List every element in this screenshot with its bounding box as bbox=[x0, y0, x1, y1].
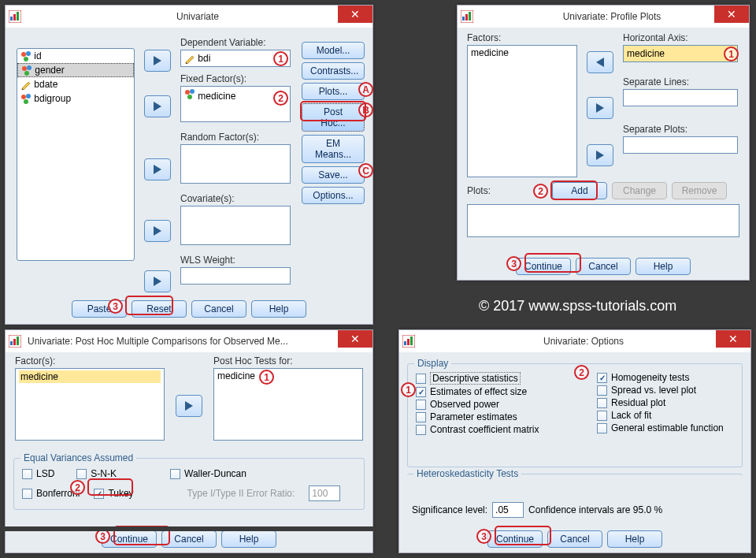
dependent-field[interactable]: bdi bbox=[180, 50, 291, 67]
observed-checkbox[interactable]: Observed power bbox=[416, 399, 597, 410]
equal-variances-label: Equal Variances Assumed bbox=[20, 452, 136, 463]
options-button[interactable]: Options... bbox=[302, 187, 365, 204]
titlebar: Univariate: Profile Plots ✕ bbox=[458, 6, 749, 28]
close-icon[interactable]: ✕ bbox=[338, 6, 372, 23]
cancel-button[interactable]: Cancel bbox=[547, 530, 602, 548]
list-item[interactable]: gender bbox=[17, 63, 134, 77]
annotation-2: 2 bbox=[533, 184, 548, 199]
fixed-field[interactable]: medicine bbox=[180, 86, 291, 122]
residual-checkbox[interactable]: Residual plot bbox=[597, 397, 724, 408]
app-icon bbox=[9, 335, 21, 348]
cancel-button[interactable]: Cancel bbox=[191, 300, 246, 318]
titlebar: Univariate: Post Hoc Multiple Comparison… bbox=[6, 330, 372, 352]
contrasts-button[interactable]: Contrasts... bbox=[302, 62, 365, 80]
move-haxis-button[interactable] bbox=[587, 51, 613, 73]
spread-checkbox[interactable]: Spread vs. level plot bbox=[597, 385, 724, 396]
list-item[interactable]: bdigroup bbox=[17, 91, 134, 106]
tests-label: Post Hoc Tests for: bbox=[213, 355, 292, 366]
factors-list[interactable]: medicine bbox=[15, 368, 165, 441]
ratio-label: Type I/Type II Error Ratio: bbox=[187, 488, 295, 499]
plots-label: Plots: bbox=[467, 185, 491, 196]
list-item[interactable]: id bbox=[17, 49, 134, 63]
options-dialog: Univariate: Options ✕ Display Descriptiv… bbox=[398, 329, 751, 553]
fixed-label: Fixed Factor(s): bbox=[180, 73, 246, 84]
move-posthoc-button[interactable] bbox=[176, 395, 202, 417]
move-seplines-button[interactable] bbox=[587, 97, 613, 119]
wls-label: WLS Weight: bbox=[180, 255, 235, 266]
dialog-title: Univariate: Profile Plots bbox=[478, 11, 746, 22]
lsd-checkbox[interactable]: LSD bbox=[22, 468, 54, 479]
reset-button[interactable]: Reset bbox=[132, 300, 187, 318]
variable-list[interactable]: id gender bdate bdigroup bbox=[17, 48, 135, 261]
close-icon[interactable]: ✕ bbox=[338, 330, 372, 348]
posthoc-button[interactable]: Post Hoc... bbox=[302, 103, 365, 132]
significance-label: Significance level: bbox=[412, 504, 487, 515]
wls-field[interactable] bbox=[180, 267, 291, 285]
model-button[interactable]: Model... bbox=[302, 42, 365, 59]
remove-button[interactable]: Remove bbox=[672, 182, 727, 199]
random-field[interactable] bbox=[180, 144, 291, 184]
help-button[interactable]: Help bbox=[251, 300, 306, 318]
help-button[interactable]: Help bbox=[636, 258, 691, 275]
list-item[interactable]: bdate bbox=[17, 77, 134, 91]
cancel-button[interactable]: Cancel bbox=[576, 258, 631, 275]
sepplots-label: Separate Plots: bbox=[623, 124, 687, 135]
waller-checkbox[interactable]: Waller-Duncan bbox=[170, 468, 246, 479]
homogeneity-checkbox[interactable]: ✓Homogeneity tests bbox=[597, 372, 724, 383]
titlebar: Univariate: Options ✕ bbox=[399, 330, 750, 352]
significance-input[interactable] bbox=[492, 502, 524, 518]
dependent-label: Dependent Variable: bbox=[180, 37, 266, 48]
move-random-button[interactable] bbox=[144, 158, 171, 180]
general-checkbox[interactable]: General estimable function bbox=[597, 422, 724, 433]
move-sepplots-button[interactable] bbox=[587, 144, 613, 166]
parameter-checkbox[interactable]: Parameter estimates bbox=[416, 411, 597, 422]
titlebar: Univariate ✕ bbox=[6, 6, 372, 28]
tukey-checkbox[interactable]: ✓Tukey bbox=[94, 488, 133, 499]
help-button[interactable]: Help bbox=[221, 530, 276, 548]
continue-button[interactable]: Continue bbox=[487, 530, 543, 548]
add-button[interactable]: Add bbox=[552, 182, 607, 199]
app-icon bbox=[402, 335, 415, 348]
factors-label: Factor(s): bbox=[15, 355, 55, 366]
univariate-dialog: Univariate ✕ id gender bdate bdigroup De… bbox=[5, 5, 373, 325]
snk-checkbox[interactable]: S-N-K bbox=[76, 468, 117, 479]
close-icon[interactable]: ✕ bbox=[714, 6, 749, 23]
save-button[interactable]: Save... bbox=[302, 166, 365, 184]
contrast-checkbox[interactable]: Contrast coefficient matrix bbox=[416, 424, 597, 435]
continue-button[interactable]: Continue bbox=[102, 530, 157, 548]
factors-label: Factors: bbox=[467, 32, 501, 43]
paste-button[interactable]: Paste bbox=[72, 300, 127, 318]
move-wls-button[interactable] bbox=[144, 270, 171, 292]
sepplots-field[interactable] bbox=[623, 136, 738, 154]
app-icon bbox=[461, 10, 473, 23]
plots-list[interactable] bbox=[467, 204, 739, 237]
change-button[interactable]: Change bbox=[612, 182, 667, 199]
bonferroni-checkbox[interactable]: Bonferroni bbox=[22, 488, 80, 499]
haxis-label: Horizontal Axis: bbox=[623, 32, 688, 43]
dialog-title: Univariate bbox=[26, 11, 369, 22]
factors-list[interactable]: medicine bbox=[467, 45, 577, 177]
close-icon[interactable]: ✕ bbox=[716, 330, 750, 348]
profile-plots-dialog: Univariate: Profile Plots ✕ Factors: med… bbox=[457, 5, 750, 281]
tests-list[interactable]: medicine bbox=[213, 368, 363, 441]
continue-button[interactable]: Continue bbox=[516, 258, 571, 275]
move-covariate-button[interactable] bbox=[144, 220, 171, 242]
lackoffit-checkbox[interactable]: Lack of fit bbox=[597, 410, 724, 421]
help-button[interactable]: Help bbox=[607, 530, 662, 548]
app-icon bbox=[9, 10, 21, 23]
move-dependent-button[interactable] bbox=[144, 50, 171, 72]
confidence-label: Confidence intervals are 95.0 % bbox=[528, 504, 662, 515]
emmeans-button[interactable]: EM Means... bbox=[302, 135, 365, 163]
descriptive-checkbox[interactable]: Descriptive statistics bbox=[416, 372, 597, 385]
heterosk-label: Heteroskedasticity Tests bbox=[413, 468, 521, 479]
cancel-button[interactable]: Cancel bbox=[161, 530, 217, 548]
move-fixed-button[interactable] bbox=[144, 95, 171, 117]
haxis-field[interactable]: medicine bbox=[623, 45, 738, 62]
posthoc-dialog: Univariate: Post Hoc Multiple Comparison… bbox=[5, 329, 373, 553]
dialog-title: Univariate: Options bbox=[420, 336, 747, 347]
estimates-checkbox[interactable]: ✓Estimates of effect size bbox=[416, 386, 597, 397]
covariate-field[interactable] bbox=[180, 206, 291, 245]
seplines-field[interactable] bbox=[623, 89, 738, 106]
plots-button[interactable]: Plots... bbox=[302, 83, 365, 100]
ratio-input[interactable] bbox=[309, 485, 340, 501]
